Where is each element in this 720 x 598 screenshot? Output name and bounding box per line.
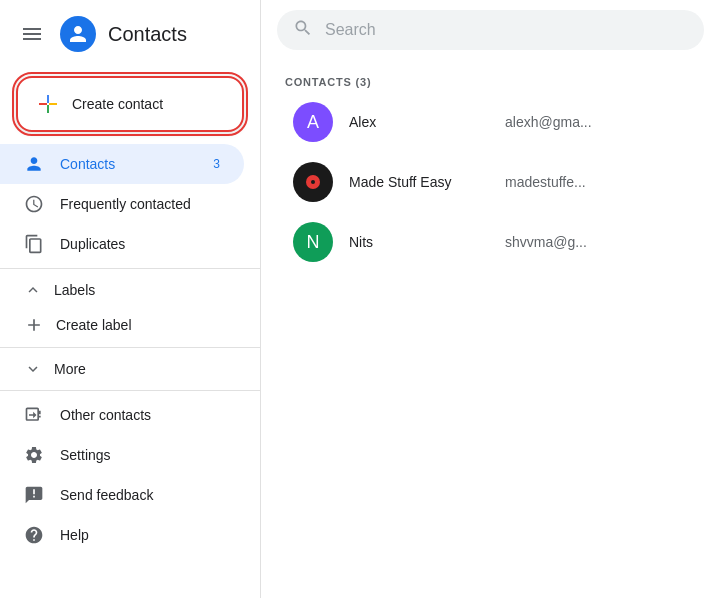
- contact-list: A Alex alexh@gma... Made Stuff Easy made…: [285, 92, 696, 272]
- duplicates-label: Duplicates: [60, 236, 125, 252]
- search-icon: [293, 18, 313, 42]
- nits-name: Nits: [349, 234, 489, 250]
- send-feedback-label: Send feedback: [60, 487, 153, 503]
- made-stuff-easy-email: madestuffe...: [505, 174, 586, 190]
- labels-section-header[interactable]: Labels: [0, 273, 260, 307]
- alex-avatar: A: [293, 102, 333, 142]
- contact-row[interactable]: N Nits shvvma@g...: [285, 212, 696, 272]
- user-avatar-icon[interactable]: [60, 16, 96, 52]
- contacts-nav-label: Contacts: [60, 156, 115, 172]
- svg-rect-2: [39, 103, 47, 105]
- svg-rect-3: [49, 103, 57, 105]
- svg-rect-1: [47, 105, 49, 113]
- create-label-label: Create label: [56, 317, 132, 333]
- sidebar: Contacts Create contact Contacts 3: [0, 0, 260, 598]
- nits-email: shvvma@g...: [505, 234, 587, 250]
- divider-2: [0, 347, 260, 348]
- sidebar-item-duplicates[interactable]: Duplicates: [0, 224, 244, 264]
- alex-email: alexh@gma...: [505, 114, 592, 130]
- sidebar-item-send-feedback[interactable]: Send feedback: [0, 475, 244, 515]
- settings-icon: [24, 445, 44, 465]
- sidebar-item-frequently-contacted[interactable]: Frequently contacted: [0, 184, 244, 224]
- contacts-count-label: CONTACTS (3): [285, 68, 696, 92]
- sidebar-item-help[interactable]: Help: [0, 515, 244, 555]
- frequently-contacted-icon: [24, 194, 44, 214]
- settings-label: Settings: [60, 447, 111, 463]
- help-icon: [24, 525, 44, 545]
- more-chevron-icon: [24, 360, 42, 378]
- more-section-title: More: [54, 361, 86, 377]
- made-stuff-easy-avatar: [293, 162, 333, 202]
- create-contact-button[interactable]: Create contact: [16, 76, 244, 132]
- contact-row[interactable]: A Alex alexh@gma...: [285, 92, 696, 152]
- contacts-section: CONTACTS (3) A Alex alexh@gma... Made St…: [261, 60, 720, 280]
- contact-row[interactable]: Made Stuff Easy madestuffe...: [285, 152, 696, 212]
- sidebar-item-contacts[interactable]: Contacts 3: [0, 144, 244, 184]
- vinyl-inner: [306, 175, 320, 189]
- labels-section-title: Labels: [54, 282, 95, 298]
- labels-chevron-icon: [24, 281, 42, 299]
- contacts-icon: [24, 154, 44, 174]
- other-contacts-label: Other contacts: [60, 407, 151, 423]
- nits-avatar: N: [293, 222, 333, 262]
- main-content: CONTACTS (3) A Alex alexh@gma... Made St…: [260, 0, 720, 598]
- send-feedback-icon: [24, 485, 44, 505]
- svg-rect-0: [47, 95, 49, 103]
- sidebar-item-settings[interactable]: Settings: [0, 435, 244, 475]
- plus-colored-icon: [36, 92, 60, 116]
- sidebar-item-other-contacts[interactable]: Other contacts: [0, 395, 244, 435]
- app-title: Contacts: [108, 23, 187, 46]
- create-label-button[interactable]: Create label: [0, 307, 260, 343]
- divider-1: [0, 268, 260, 269]
- alex-name: Alex: [349, 114, 489, 130]
- frequently-contacted-label: Frequently contacted: [60, 196, 191, 212]
- search-input[interactable]: [325, 21, 688, 39]
- other-contacts-icon: [24, 405, 44, 425]
- divider-3: [0, 390, 260, 391]
- create-label-plus-icon: [24, 315, 44, 335]
- search-bar[interactable]: [277, 10, 704, 50]
- made-stuff-easy-name: Made Stuff Easy: [349, 174, 489, 190]
- create-contact-label: Create contact: [72, 96, 163, 112]
- contacts-badge: 3: [213, 157, 220, 171]
- more-section-header[interactable]: More: [0, 352, 260, 386]
- hamburger-menu-icon[interactable]: [16, 18, 48, 50]
- help-label: Help: [60, 527, 89, 543]
- duplicates-icon: [24, 234, 44, 254]
- sidebar-header: Contacts: [0, 8, 260, 60]
